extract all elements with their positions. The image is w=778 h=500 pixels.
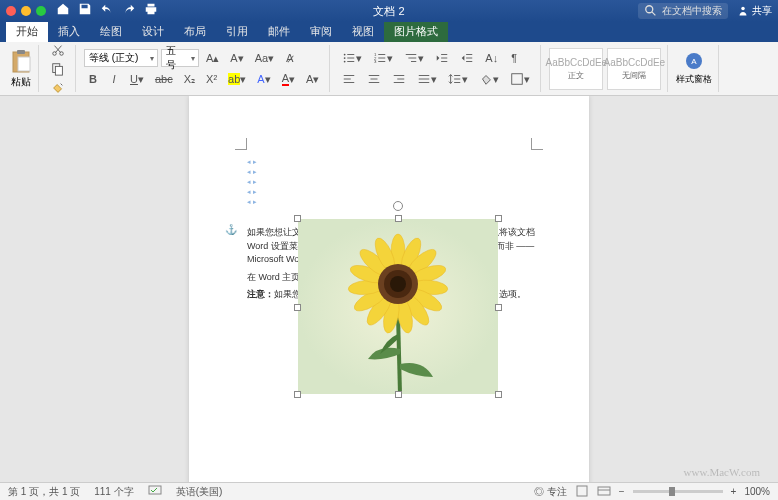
tab-layout[interactable]: 布局	[174, 22, 216, 42]
tab-references[interactable]: 引用	[216, 22, 258, 42]
styles-pane-group: A 样式窗格	[670, 45, 719, 92]
page-info[interactable]: 第 1 页，共 1 页	[8, 485, 80, 499]
svg-rect-71	[598, 487, 610, 495]
strikethrough-button[interactable]: abc	[151, 70, 177, 88]
increase-indent-button[interactable]	[456, 49, 478, 67]
save-icon[interactable]	[78, 2, 92, 20]
format-painter-button[interactable]	[47, 80, 69, 96]
spellcheck-icon[interactable]	[148, 485, 162, 499]
resize-handle-n[interactable]	[395, 215, 402, 222]
justify-button[interactable]: ▾	[413, 70, 441, 88]
resize-handle-ne[interactable]	[495, 215, 502, 222]
focus-mode-button[interactable]: ◎ 专注	[534, 485, 567, 499]
align-right-button[interactable]	[388, 70, 410, 88]
subscript-button[interactable]: X₂	[180, 70, 199, 88]
paint-bucket-icon	[479, 72, 493, 86]
tab-review[interactable]: 审阅	[300, 22, 342, 42]
tab-draw[interactable]: 绘图	[90, 22, 132, 42]
paragraph-group: ▾ 123▾ ▾ A↓ ¶ ▾ ▾ ▾ ▾	[332, 45, 541, 92]
show-marks-button[interactable]: ¶	[505, 49, 523, 67]
borders-button[interactable]: ▾	[506, 70, 534, 88]
redo-icon[interactable]	[122, 2, 136, 20]
home-icon[interactable]	[56, 2, 70, 20]
share-button[interactable]: 共享	[736, 4, 772, 18]
ribbon-tabs: 开始 插入 绘图 设计 布局 引用 邮件 审阅 视图 图片格式	[0, 22, 778, 42]
language[interactable]: 英语(美国)	[176, 485, 223, 499]
resize-handle-e[interactable]	[495, 304, 502, 311]
align-center-button[interactable]	[363, 70, 385, 88]
ribbon: 粘贴 等线 (正文) 五号 A▴ A▾ Aa▾ A̷ B I U▾ abc X₂…	[0, 42, 778, 96]
tab-insert[interactable]: 插入	[48, 22, 90, 42]
zoom-slider[interactable]	[633, 490, 723, 493]
align-left-button[interactable]	[338, 70, 360, 88]
sort-button[interactable]: A↓	[481, 49, 502, 67]
character-shading-button[interactable]: A▾	[302, 70, 323, 88]
print-icon[interactable]	[144, 2, 158, 20]
zoom-in-button[interactable]: +	[731, 486, 737, 497]
style-normal[interactable]: AaBbCcDdEe 正文	[549, 48, 603, 90]
resize-handle-w[interactable]	[294, 304, 301, 311]
bullets-button[interactable]: ▾	[338, 49, 366, 67]
resize-handle-s[interactable]	[395, 391, 402, 398]
maximize-window-button[interactable]	[36, 6, 46, 16]
selected-image[interactable]	[298, 219, 498, 394]
ruler-marks: ◂ ▸◂ ▸◂ ▸◂ ▸◂ ▸	[247, 158, 257, 208]
font-color-button[interactable]: A▾	[278, 70, 299, 88]
scissors-icon	[51, 43, 65, 57]
close-window-button[interactable]	[6, 6, 16, 16]
sunflower-image[interactable]	[298, 219, 498, 394]
clear-formatting-button[interactable]: A̷	[281, 49, 299, 67]
rotate-handle[interactable]	[393, 201, 403, 211]
multilevel-icon	[404, 51, 418, 65]
quick-access-toolbar	[56, 2, 158, 20]
tab-design[interactable]: 设计	[132, 22, 174, 42]
shading-button[interactable]: ▾	[475, 70, 503, 88]
resize-handle-sw[interactable]	[294, 391, 301, 398]
line-spacing-button[interactable]: ▾	[444, 70, 472, 88]
zoom-out-button[interactable]: −	[619, 486, 625, 497]
zoom-level[interactable]: 100%	[744, 486, 770, 497]
increase-font-button[interactable]: A▴	[202, 49, 223, 67]
underline-button[interactable]: U▾	[126, 70, 148, 88]
resize-handle-nw[interactable]	[294, 215, 301, 222]
undo-icon[interactable]	[100, 2, 114, 20]
styles-group: AaBbCcDdEe 正文 AaBbCcDdEe 无间隔	[543, 45, 668, 92]
tab-picture-format[interactable]: 图片格式	[384, 22, 448, 42]
svg-point-14	[344, 61, 346, 63]
numbering-icon: 123	[373, 51, 387, 65]
web-layout-view-button[interactable]	[597, 485, 611, 499]
svg-text:3: 3	[374, 59, 377, 64]
paste-button[interactable]: 粘贴	[10, 49, 32, 89]
svg-point-68	[390, 276, 406, 292]
word-count[interactable]: 111 个字	[94, 485, 133, 499]
zoom-thumb[interactable]	[669, 487, 675, 496]
font-size-combo[interactable]: 五号	[161, 49, 199, 67]
style-no-spacing[interactable]: AaBbCcDdEe 无间隔	[607, 48, 661, 90]
numbering-button[interactable]: 123▾	[369, 49, 397, 67]
change-case-button[interactable]: Aa▾	[251, 49, 278, 67]
borders-icon	[510, 72, 524, 86]
resize-handle-se[interactable]	[495, 391, 502, 398]
decrease-font-button[interactable]: A▾	[226, 49, 247, 67]
font-name-combo[interactable]: 等线 (正文)	[84, 49, 158, 67]
tab-home[interactable]: 开始	[6, 22, 48, 42]
bold-button[interactable]: B	[84, 70, 102, 88]
outdent-icon	[435, 51, 449, 65]
cut-button[interactable]	[47, 42, 69, 58]
print-layout-view-button[interactable]	[575, 485, 589, 499]
multilevel-list-button[interactable]: ▾	[400, 49, 428, 67]
tab-view[interactable]: 视图	[342, 22, 384, 42]
align-right-icon	[392, 72, 406, 86]
search-input[interactable]: 在文档中搜索	[638, 3, 728, 19]
tab-mail[interactable]: 邮件	[258, 22, 300, 42]
styles-pane-button[interactable]: A 样式窗格	[676, 51, 712, 86]
svg-rect-9	[55, 66, 62, 75]
clipboard-icon	[10, 49, 32, 73]
highlight-button[interactable]: ab▾	[224, 70, 250, 88]
text-effects-button[interactable]: A▾	[253, 70, 274, 88]
minimize-window-button[interactable]	[21, 6, 31, 16]
copy-button[interactable]	[47, 61, 69, 77]
superscript-button[interactable]: X²	[202, 70, 221, 88]
decrease-indent-button[interactable]	[431, 49, 453, 67]
italic-button[interactable]: I	[105, 70, 123, 88]
